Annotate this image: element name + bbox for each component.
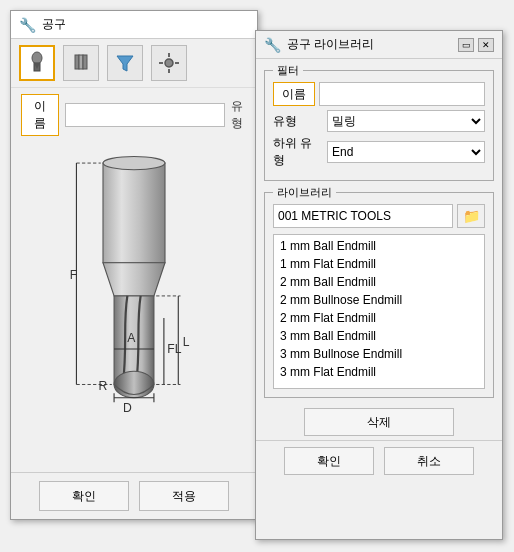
toolbar-tool-btn[interactable] [19, 45, 55, 81]
toolbar-settings-btn[interactable] [151, 45, 187, 81]
lib-bottom-buttons: 확인 취소 [256, 440, 502, 481]
list-item[interactable]: 1 mm Ball Endmill [274, 237, 484, 255]
lib-title-icon: 🔧 [264, 37, 281, 53]
lib-list-container: 1 mm Ball Endmill1 mm Flat Endmill2 mm B… [273, 234, 485, 389]
svg-text:A: A [127, 331, 136, 345]
lib-filter-section: 필터 이름 유형 밀링 드릴링 선삭 하위 유형 End Ball Bullno… [264, 63, 494, 181]
main-window-title: 공구 [42, 16, 66, 33]
lib-path-row: 001 METRIC TOOLS 📁 [273, 204, 485, 228]
lib-library-section: 라이브러리 001 METRIC TOOLS 📁 1 mm Ball Endmi… [264, 185, 494, 398]
list-item[interactable]: 2 mm Flat Endmill [274, 309, 484, 327]
main-filter-row: 이름 유형 [11, 88, 257, 142]
lib-tool-list[interactable]: 1 mm Ball Endmill1 mm Flat Endmill2 mm B… [274, 235, 484, 388]
tool-diagram-area: F L FL A D R [11, 142, 257, 472]
main-name-filter-input[interactable] [65, 103, 225, 127]
main-name-filter-btn[interactable]: 이름 [21, 94, 59, 136]
lib-cancel-btn[interactable]: 취소 [384, 447, 474, 475]
list-item[interactable]: 1 mm Flat Endmill [274, 255, 484, 273]
list-item[interactable]: 3 mm Ball Endmill [274, 327, 484, 345]
lib-subtype-row: 하위 유형 End Ball Bullnose Chamfer [273, 135, 485, 169]
lib-name-filter-input[interactable] [319, 82, 485, 106]
list-item[interactable]: 3 mm Flat Endmill [274, 363, 484, 381]
svg-text:D: D [123, 401, 132, 415]
main-type-label: 유형 [231, 98, 247, 132]
lib-delete-row: 삭제 [256, 402, 502, 440]
svg-rect-4 [79, 55, 83, 69]
svg-text:R: R [99, 379, 108, 393]
lib-name-filter-btn[interactable]: 이름 [273, 82, 315, 106]
toolbar-holder-btn[interactable] [63, 45, 99, 81]
svg-point-7 [165, 59, 173, 67]
lib-window-title: 공구 라이브러리 [287, 36, 452, 53]
lib-type-row: 유형 밀링 드릴링 선삭 [273, 110, 485, 132]
folder-icon: 📁 [463, 208, 480, 224]
main-tool-window: 🔧 공구 [10, 10, 258, 520]
lib-minimize-btn[interactable]: ▭ [458, 38, 474, 52]
list-item[interactable]: 2 mm Bullnose Endmill [274, 291, 484, 309]
svg-marker-14 [103, 263, 165, 296]
lib-confirm-btn[interactable]: 확인 [284, 447, 374, 475]
main-confirm-btn[interactable]: 확인 [39, 481, 129, 511]
lib-filter-legend: 필터 [273, 63, 303, 78]
lib-name-filter-row: 이름 [273, 82, 485, 106]
svg-rect-12 [103, 163, 165, 263]
main-title-icon: 🔧 [19, 17, 36, 33]
lib-folder-btn[interactable]: 📁 [457, 204, 485, 228]
library-window: 🔧 공구 라이브러리 ▭ ✕ 필터 이름 유형 밀링 드릴링 선삭 하위 유형 … [255, 30, 503, 540]
lib-path-input[interactable]: 001 METRIC TOOLS [273, 204, 453, 228]
svg-point-0 [32, 52, 42, 64]
svg-point-13 [103, 156, 165, 169]
svg-rect-3 [75, 55, 79, 69]
lib-titlebar-controls: ▭ ✕ [458, 38, 494, 52]
lib-type-select[interactable]: 밀링 드릴링 선삭 [327, 110, 485, 132]
lib-delete-btn[interactable]: 삭제 [304, 408, 454, 436]
tool-diagram-svg: F L FL A D R [34, 152, 234, 462]
main-titlebar: 🔧 공구 [11, 11, 257, 39]
toolbar-filter-btn[interactable] [107, 45, 143, 81]
lib-library-legend: 라이브러리 [273, 185, 336, 200]
svg-rect-5 [83, 55, 87, 69]
main-bottom-buttons: 확인 적용 [11, 472, 257, 519]
svg-text:FL: FL [167, 343, 181, 357]
svg-text:F: F [70, 268, 77, 282]
svg-marker-6 [117, 56, 133, 71]
lib-subtype-select[interactable]: End Ball Bullnose Chamfer [327, 141, 485, 163]
lib-type-label: 유형 [273, 113, 323, 130]
toolbar [11, 39, 257, 88]
lib-subtype-label: 하위 유형 [273, 135, 323, 169]
lib-titlebar: 🔧 공구 라이브러리 ▭ ✕ [256, 31, 502, 59]
list-item[interactable]: 3 mm Bullnose Endmill [274, 345, 484, 363]
svg-text:L: L [183, 335, 190, 349]
list-item[interactable]: 2 mm Ball Endmill [274, 273, 484, 291]
lib-close-btn[interactable]: ✕ [478, 38, 494, 52]
main-apply-btn[interactable]: 적용 [139, 481, 229, 511]
